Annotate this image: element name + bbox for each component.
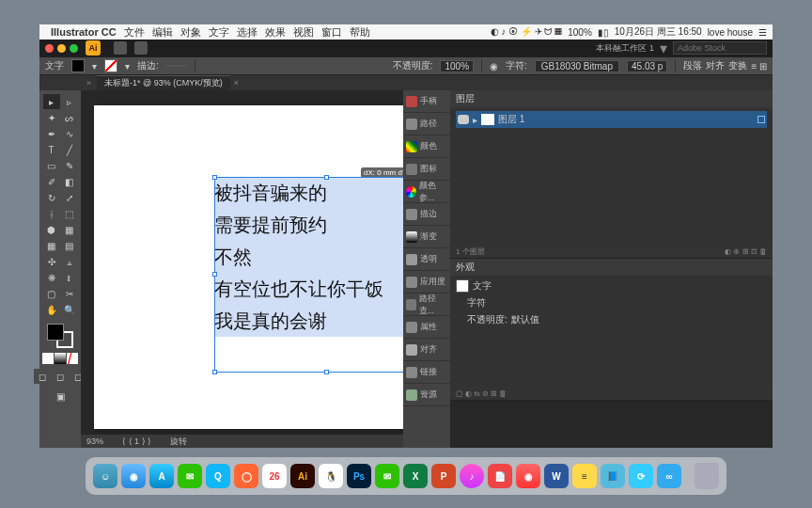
zoom-button[interactable]	[70, 44, 78, 53]
chevron-down-icon[interactable]: ▾	[125, 61, 130, 71]
graph-tool[interactable]: ⫾	[61, 270, 78, 285]
rotate-tool[interactable]: ↻	[43, 190, 60, 205]
menu-type[interactable]: 文字	[209, 25, 229, 40]
zoom-tool[interactable]: 🔍	[61, 302, 78, 317]
menu-help[interactable]: 帮助	[350, 25, 370, 40]
close-tab-icon[interactable]: ×	[234, 78, 239, 87]
dock-finder[interactable]: ☺	[93, 464, 117, 488]
draw-normal[interactable]: ◻	[34, 369, 51, 384]
menu-select[interactable]: 选择	[237, 25, 258, 40]
hand-tool[interactable]: ✋	[43, 302, 60, 317]
screen-mode[interactable]: ▣	[52, 389, 69, 404]
dock-word[interactable]: W	[544, 464, 569, 488]
expand-icon[interactable]: ▸	[473, 115, 477, 125]
dock-illustrator[interactable]: Ai	[290, 464, 315, 488]
dock-preview[interactable]: 📄	[488, 464, 512, 488]
menu-window[interactable]: 窗口	[321, 25, 342, 40]
dock-wechat2[interactable]: ✉	[375, 464, 399, 488]
fill-box[interactable]	[47, 324, 64, 341]
visibility-icon[interactable]	[458, 115, 469, 124]
eraser-tool[interactable]: ◧	[61, 174, 78, 189]
bridge-icon[interactable]	[114, 41, 127, 55]
curvature-tool[interactable]: ∿	[61, 126, 78, 141]
dock-appstore[interactable]: A	[149, 464, 174, 488]
lasso-tool[interactable]: ᔕ	[61, 110, 78, 125]
dock-app2[interactable]: ◉	[516, 464, 540, 488]
symbol-spray-tool[interactable]: ❋	[43, 270, 60, 285]
menu-file[interactable]: 文件	[124, 25, 145, 40]
dock-powerpoint[interactable]: P	[431, 464, 456, 488]
chevron-down-icon[interactable]: ▾	[660, 40, 667, 57]
font-size[interactable]: 45.03 p	[627, 60, 667, 72]
chevron-down-icon[interactable]: ▾	[92, 61, 97, 71]
selection-tool[interactable]: ▸	[43, 94, 60, 109]
doc-tab[interactable]: 未标题-1* @ 93% (CMYK/预览)	[97, 75, 230, 90]
tab-paragraph[interactable]: 段落	[683, 59, 702, 72]
layer-name[interactable]: 图层 1	[498, 113, 524, 126]
stroke-swatch[interactable]	[104, 59, 117, 72]
workspace-select[interactable]: 本科融工作区 1	[596, 42, 654, 55]
dock-itunes[interactable]: ♪	[460, 464, 484, 488]
artboard[interactable]: dX: 0 mm dY: -4.86 mm 被抖音骗来的 需要提前预约 不然 有…	[94, 105, 403, 429]
panel-icon[interactable]: 资源	[403, 384, 450, 406]
clock[interactable]: 10月26日 周三 16:50	[615, 25, 702, 39]
appear-swatch[interactable]	[456, 279, 469, 293]
text-block[interactable]: 被抖音骗来的 需要提前预约 不然 有空位也不让你干饭 我是真的会谢	[214, 177, 403, 337]
panel-icon[interactable]: 对齐	[403, 339, 450, 361]
panel-icon[interactable]: 手柄	[403, 90, 450, 113]
scale-tool[interactable]: ⤢	[61, 190, 78, 205]
appear-op-val[interactable]: 默认值	[511, 313, 539, 326]
perspective-tool[interactable]: ▦	[61, 222, 78, 237]
appear-char[interactable]: 字符	[467, 296, 486, 310]
panel-icon[interactable]: 链接	[403, 361, 450, 384]
dock-notes[interactable]: ≡	[572, 464, 597, 488]
layer-row[interactable]: ▸ 图层 1	[456, 111, 767, 128]
dock-trash[interactable]	[695, 463, 719, 489]
dock-safari[interactable]: ◉	[121, 464, 146, 488]
layers-title[interactable]: 图层	[450, 90, 773, 107]
dock-excel[interactable]: X	[403, 464, 428, 488]
gradient-mode[interactable]	[55, 353, 66, 364]
arrange-icon[interactable]	[134, 41, 148, 55]
tab-align[interactable]: 对齐	[706, 59, 725, 72]
width-tool[interactable]: ⟊	[43, 206, 60, 221]
fill-stroke[interactable]	[47, 324, 73, 348]
blend-tool[interactable]: ⟁	[61, 254, 78, 269]
dock-wechat[interactable]: ✉	[178, 464, 202, 488]
tab-transform[interactable]: 变换	[728, 59, 747, 72]
panel-icon[interactable]: 颜色参...	[403, 181, 450, 203]
spotlight-icon[interactable]: ☰	[758, 27, 767, 38]
panel-icon[interactable]: 路径查...	[403, 294, 450, 316]
font-family[interactable]: GB18030 Bitmap	[535, 60, 619, 72]
eyedropper-tool[interactable]: ✣	[43, 254, 60, 269]
artboard-nav[interactable]: ⟨ ⟨ 1 ⟩ ⟩	[122, 437, 151, 446]
zoom-level[interactable]: 93%	[86, 437, 103, 446]
menu-view[interactable]: 视图	[293, 25, 314, 40]
direct-select-tool[interactable]: ▹	[61, 94, 78, 109]
battery[interactable]: 100%	[568, 27, 592, 38]
panel-icon[interactable]: 图标	[403, 158, 450, 181]
line-tool[interactable]: ╱	[61, 142, 78, 157]
free-transform-tool[interactable]: ⬚	[61, 206, 78, 221]
status-icons[interactable]: ◐ ♪ ⦿ ⚡ ✈ ᗢ ▦	[491, 26, 563, 38]
user[interactable]: love house	[708, 27, 753, 38]
panel-icon[interactable]: 应用度	[403, 271, 450, 294]
text-line[interactable]: 我是真的会谢	[214, 305, 403, 337]
appear-buttons[interactable]: ▢ ◐ fx ⊘ ⊞ 🗑	[456, 389, 507, 398]
panel-icon[interactable]: 渐变	[403, 226, 450, 248]
mesh-tool[interactable]: ▦	[43, 238, 60, 253]
gradient-tool[interactable]: ▤	[61, 238, 78, 253]
text-line[interactable]: 不然	[214, 241, 403, 273]
panel-icon[interactable]: 透明	[403, 248, 450, 271]
resize-handle[interactable]	[212, 370, 217, 374]
text-line[interactable]: 有空位也不让你干饭	[214, 273, 403, 305]
menu-object[interactable]: 对象	[180, 25, 201, 40]
dock-app3[interactable]: 📘	[601, 464, 625, 488]
pen-tool[interactable]: ✒	[43, 126, 60, 141]
app-name[interactable]: Illustrator CC	[51, 26, 117, 38]
dock-app5[interactable]: ∞	[657, 464, 681, 488]
recolor-icon[interactable]: ◉	[490, 61, 498, 71]
panel-icon[interactable]: 路径	[403, 113, 450, 135]
panel-icon[interactable]: 描边	[403, 203, 450, 226]
menu-effect[interactable]: 效果	[265, 25, 286, 40]
